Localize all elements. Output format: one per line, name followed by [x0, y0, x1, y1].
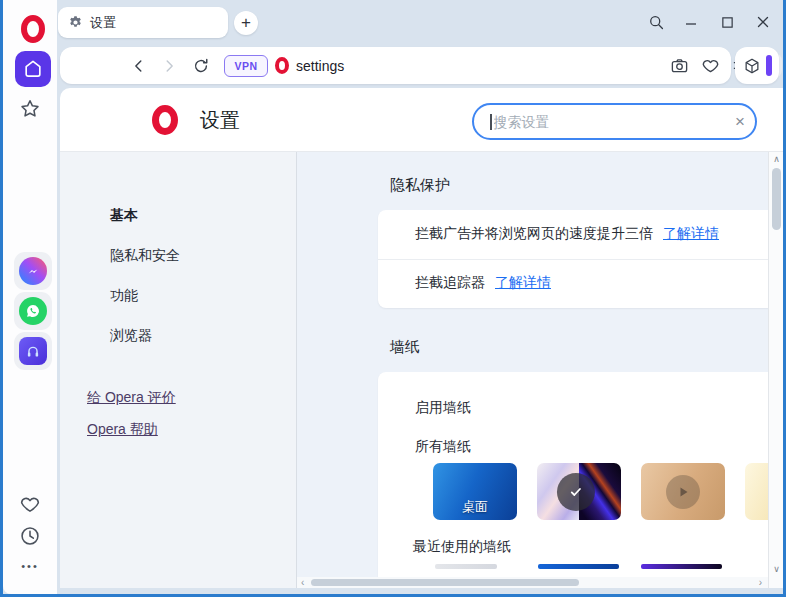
- scroll-down-arrow-icon[interactable]: ∨: [769, 564, 784, 574]
- url-value: settings: [296, 58, 344, 74]
- close-button[interactable]: [754, 13, 772, 31]
- recent-thumb-3[interactable]: [641, 564, 722, 569]
- history-button[interactable]: [3, 525, 57, 547]
- window-border-left: [0, 0, 3, 597]
- back-icon: [130, 57, 148, 75]
- maximize-button[interactable]: [718, 13, 736, 31]
- play-icon: [675, 484, 691, 500]
- new-tab-button[interactable]: +: [234, 11, 258, 35]
- ellipsis-icon: •••: [21, 560, 39, 572]
- recent-wallpapers-label: 最近使用的墙纸: [413, 538, 511, 556]
- wallpaper-section-title: 墙纸: [390, 338, 420, 357]
- close-icon: [756, 15, 770, 29]
- tab-search-button[interactable]: [647, 13, 665, 31]
- desktop-thumb-label: 桌面: [433, 498, 517, 516]
- bookmark-page-button[interactable]: [698, 47, 722, 84]
- whatsapp-icon: [19, 297, 47, 325]
- plus-icon: +: [241, 13, 251, 33]
- minimize-button[interactable]: [682, 13, 700, 31]
- adblock-row[interactable]: 拦截广告并将浏览网页的速度提升三倍 了解详情: [378, 210, 768, 259]
- opera-site-icon: [275, 57, 289, 74]
- recent-thumb-1[interactable]: [435, 564, 497, 569]
- back-button[interactable]: [128, 47, 150, 84]
- vpn-label: VPN: [234, 60, 257, 72]
- vertical-scroll-thumb[interactable]: [772, 168, 781, 230]
- reload-icon: [192, 57, 210, 75]
- scroll-left-arrow-icon[interactable]: ‹: [301, 577, 304, 588]
- enable-wallpaper-label[interactable]: 启用墙纸: [415, 399, 471, 417]
- wallpaper-thumb-video[interactable]: [641, 463, 725, 520]
- wallpaper-thumb-desktop[interactable]: 桌面: [433, 463, 517, 520]
- sidebar-toggle-pill[interactable]: [766, 55, 772, 76]
- facebook-messenger-icon: [19, 257, 47, 285]
- tab-title: 设置: [90, 14, 116, 32]
- page-title: 设置: [200, 88, 240, 152]
- wallpaper-card: 启用墙纸 所有墙纸 桌面 最近使用的墙纸: [378, 372, 768, 588]
- clear-icon: ×: [735, 112, 745, 131]
- reload-button[interactable]: [190, 47, 212, 84]
- star-icon: [19, 98, 41, 120]
- vpn-badge[interactable]: VPN: [224, 55, 268, 77]
- privacy-section-title: 隐私保护: [390, 176, 450, 195]
- recent-thumb-2[interactable]: [538, 564, 619, 569]
- nav-item-basic[interactable]: 基本: [110, 207, 138, 225]
- text-caret: [490, 114, 492, 130]
- headphones-icon: [19, 337, 47, 365]
- settings-search-box[interactable]: ×: [472, 103, 757, 140]
- tracker-label: 拦截追踪器: [415, 274, 485, 292]
- adblock-label: 拦截广告并将浏览网页的速度提升三倍: [415, 225, 653, 243]
- cube-icon: [743, 57, 761, 75]
- vertical-scrollbar[interactable]: ∧ ∨: [768, 152, 783, 588]
- clear-search-button[interactable]: ×: [725, 112, 755, 132]
- settings-search-input[interactable]: [494, 114, 726, 130]
- forward-button[interactable]: [158, 47, 180, 84]
- wallpaper-thumb-partial[interactable]: [745, 463, 768, 520]
- camera-icon: [670, 56, 689, 75]
- maximize-icon: [721, 16, 734, 29]
- browser-sidebar: •••: [3, 0, 57, 594]
- forward-icon: [160, 57, 178, 75]
- check-icon: [566, 482, 586, 502]
- tracker-learn-more-link[interactable]: 了解详情: [495, 274, 551, 292]
- favorites-heart-button[interactable]: [3, 493, 57, 515]
- heart-outline-icon: [701, 56, 720, 75]
- messenger-sidebar-button[interactable]: [14, 252, 52, 290]
- whatsapp-sidebar-button[interactable]: [14, 292, 52, 330]
- search-icon: [648, 14, 665, 31]
- nav-item-privacy-security[interactable]: 隐私和安全: [110, 247, 180, 265]
- privacy-card: 拦截广告并将浏览网页的速度提升三倍 了解详情 拦截追踪器 了解详情: [378, 210, 768, 308]
- home-button[interactable]: [15, 51, 51, 87]
- bookmarks-star-button[interactable]: [3, 98, 57, 120]
- nav-item-browser[interactable]: 浏览器: [110, 327, 152, 345]
- home-icon: [22, 58, 44, 80]
- opera-logo-icon[interactable]: [21, 15, 45, 43]
- sidebar-panel-control: [735, 47, 779, 84]
- player-sidebar-button[interactable]: [14, 332, 52, 370]
- gear-icon: [68, 15, 83, 30]
- snapshot-button[interactable]: [667, 47, 691, 84]
- opera-logo-large-icon: [152, 105, 178, 135]
- settings-nav: 基本 隐私和安全 功能 浏览器 给 Opera 评价 Opera 帮助: [60, 152, 297, 588]
- play-badge: [666, 475, 700, 509]
- adblock-learn-more-link[interactable]: 了解详情: [663, 225, 719, 243]
- scroll-right-arrow-icon[interactable]: ›: [759, 577, 762, 588]
- address-bar: VPN settings: [60, 47, 731, 84]
- url-text[interactable]: settings: [296, 47, 344, 84]
- opera-help-link[interactable]: Opera 帮助: [87, 421, 158, 439]
- minimize-icon: [684, 15, 698, 29]
- wallpaper-thumb-selected[interactable]: [537, 463, 621, 520]
- all-wallpapers-label: 所有墙纸: [415, 438, 471, 456]
- clock-icon: [19, 525, 41, 547]
- browser-tab-settings[interactable]: 设置: [58, 7, 228, 38]
- selected-badge: [557, 473, 595, 511]
- settings-header: 设置 ×: [60, 88, 783, 152]
- horizontal-scroll-thumb[interactable]: [311, 579, 579, 586]
- nav-item-features[interactable]: 功能: [110, 287, 138, 305]
- tracker-block-row[interactable]: 拦截追踪器 了解详情: [378, 259, 768, 308]
- heart-icon: [19, 493, 41, 515]
- scroll-up-arrow-icon[interactable]: ∧: [769, 154, 784, 164]
- rate-opera-link[interactable]: 给 Opera 评价: [87, 389, 176, 407]
- extensions-button[interactable]: [740, 47, 764, 84]
- horizontal-scrollbar[interactable]: ‹ ›: [297, 577, 768, 588]
- sidebar-more-button[interactable]: •••: [3, 560, 57, 572]
